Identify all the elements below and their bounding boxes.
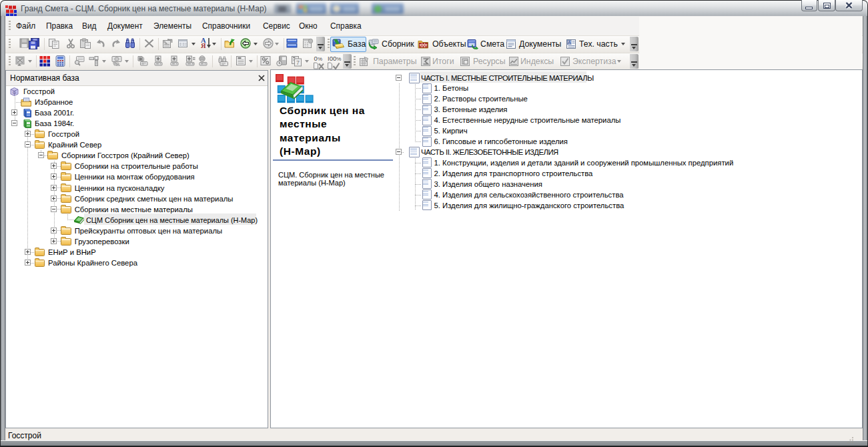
svg-text:7: 7 [296,59,300,66]
svg-text:A: A [568,40,571,45]
svg-text:G: G [13,90,16,95]
